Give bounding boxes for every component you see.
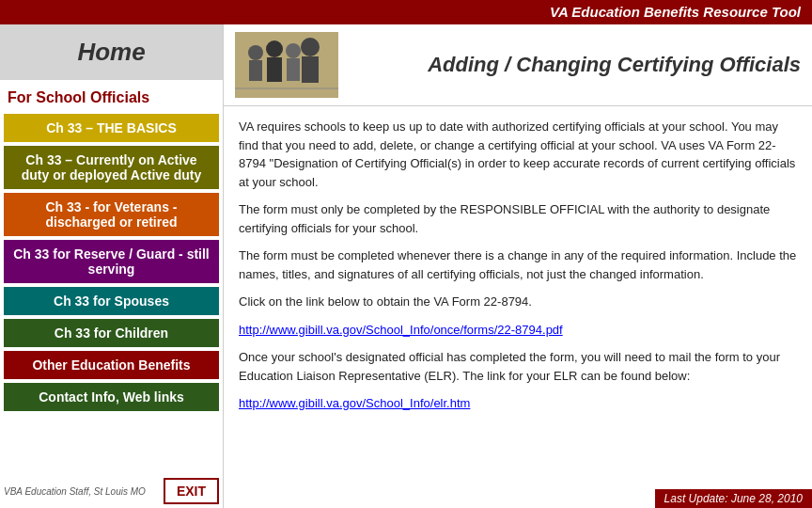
header-bar: VA Education Benefits Resource Tool [0,0,812,24]
paragraph-3: The form must be completed whenever ther… [239,246,797,283]
last-update: Last Update: June 28, 2010 [655,489,812,508]
sidebar: Home For School Officials Ch 33 – THE BA… [0,24,224,508]
content-header: Adding / Changing Certifying Officials [224,24,812,106]
svg-rect-4 [267,57,282,82]
svg-point-3 [266,40,283,57]
paragraph-4: Click on the link below to obtain the VA… [239,293,797,311]
svg-point-5 [286,43,301,58]
paragraph-1: VA requires schools to keep us up to dat… [239,118,797,191]
bottom-bar: Last Update: June 28, 2010 [224,487,812,508]
content-image [235,32,338,98]
sidebar-item-other-benefits[interactable]: Other Education Benefits [4,351,219,379]
svg-rect-8 [302,56,319,83]
svg-point-7 [301,38,320,56]
exit-button[interactable]: EXIT [164,478,219,504]
header-title: VA Education Benefits Resource Tool [550,4,801,20]
link-form-22-8794[interactable]: http://www.gibill.va.gov/School_Info/onc… [239,323,563,337]
content-body: VA requires schools to keep us up to dat… [224,106,812,487]
sidebar-item-ch33-reserve[interactable]: Ch 33 for Reserve / Guard - still servin… [4,240,219,283]
svg-rect-2 [249,60,262,81]
link-elr[interactable]: http://www.gibill.va.gov/School_Info/elr… [239,396,470,410]
paragraph-5: Once your school's designated official h… [239,348,797,385]
sidebar-item-ch33-basics[interactable]: Ch 33 – THE BASICS [4,114,219,142]
content-area: Adding / Changing Certifying Officials V… [224,24,812,508]
svg-rect-6 [287,58,300,81]
svg-point-1 [248,45,263,60]
sidebar-footer: VBA Education Staff, St Louis MO EXIT [0,474,223,508]
sidebar-section-label: For School Officials [0,80,223,112]
sidebar-home[interactable]: Home [0,24,223,80]
footer-text: VBA Education Staff, St Louis MO [4,486,164,497]
paragraph-2: The form must only be completed by the R… [239,200,797,237]
content-title: Adding / Changing Certifying Officials [353,53,801,77]
sidebar-item-ch33-veterans[interactable]: Ch 33 - for Veterans - discharged or ret… [4,193,219,236]
sidebar-item-ch33-children[interactable]: Ch 33 for Children [4,319,219,347]
sidebar-item-ch33-active[interactable]: Ch 33 – Currently on Active duty or depl… [4,146,219,189]
sidebar-item-contact-info[interactable]: Contact Info, Web links [4,383,219,411]
sidebar-item-ch33-spouses[interactable]: Ch 33 for Spouses [4,287,219,315]
